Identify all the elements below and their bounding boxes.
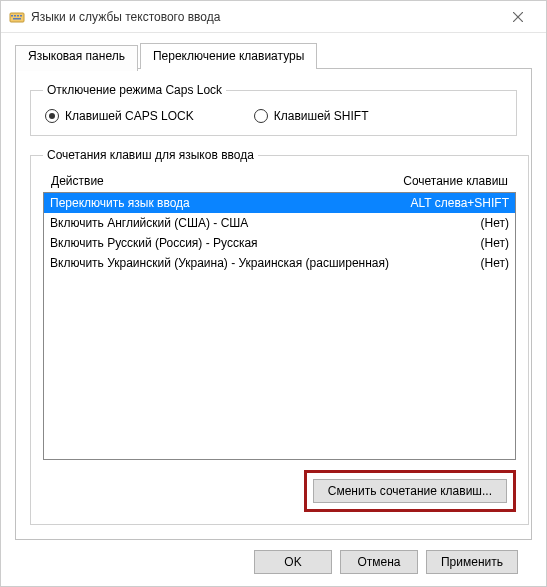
dialog-footer: OK Отмена Применить [15,540,532,574]
window-title: Языки и службы текстового ввода [31,10,498,24]
column-keys: Сочетание клавиш [378,174,508,188]
table-row[interactable]: Включить Украинский (Украина) - Украинск… [44,253,515,273]
row-keys: (Нет) [389,214,509,232]
svg-rect-0 [10,13,24,22]
svg-rect-3 [17,15,19,17]
tab-keyboard-switch[interactable]: Переключение клавиатуры [140,43,317,69]
row-keys: (Нет) [389,234,509,252]
shortcuts-legend: Сочетания клавиш для языков ввода [43,148,258,162]
content-area: Языковая панель Переключение клавиатуры … [1,33,546,586]
radio-capslock[interactable]: Клавишей CAPS LOCK [45,109,194,123]
table-row[interactable]: Включить Английский (США) - США(Нет) [44,213,515,233]
shortcuts-table[interactable]: Переключить язык вводаALT слева+SHIFTВкл… [43,192,516,460]
radio-capslock-label: Клавишей CAPS LOCK [65,109,194,123]
ok-button[interactable]: OK [254,550,332,574]
tab-strip: Языковая панель Переключение клавиатуры [15,43,532,69]
table-row[interactable]: Переключить язык вводаALT слева+SHIFT [44,193,515,213]
close-button[interactable] [498,3,538,31]
row-keys: ALT слева+SHIFT [389,194,509,212]
svg-rect-4 [20,15,22,17]
row-action: Включить Украинский (Украина) - Украинск… [50,254,389,272]
apply-button[interactable]: Применить [426,550,518,574]
radio-shift[interactable]: Клавишей SHIFT [254,109,369,123]
svg-rect-1 [11,15,13,17]
column-action: Действие [51,174,378,188]
capslock-options: Клавишей CAPS LOCK Клавишей SHIFT [43,105,504,123]
capslock-legend: Отключение режима Caps Lock [43,83,226,97]
titlebar: Языки и службы текстового ввода [1,1,546,33]
tab-panel: Отключение режима Caps Lock Клавишей CAP… [15,68,532,540]
row-keys: (Нет) [389,254,509,272]
capslock-group: Отключение режима Caps Lock Клавишей CAP… [30,83,517,136]
table-header: Действие Сочетание клавиш [43,170,516,192]
radio-icon [45,109,59,123]
table-row[interactable]: Включить Русский (Россия) - Русская(Нет) [44,233,515,253]
row-action: Включить Русский (Россия) - Русская [50,234,389,252]
app-icon [9,9,25,25]
highlight-frame: Сменить сочетание клавиш... [304,470,516,512]
change-button-area: Сменить сочетание клавиш... [43,460,516,512]
dialog-window: Языки и службы текстового ввода Языковая… [0,0,547,587]
radio-shift-label: Клавишей SHIFT [274,109,369,123]
radio-icon [254,109,268,123]
svg-rect-2 [14,15,16,17]
shortcuts-group: Сочетания клавиш для языков ввода Действ… [30,148,529,525]
row-action: Включить Английский (США) - США [50,214,389,232]
svg-rect-5 [13,18,21,20]
close-icon [513,12,523,22]
tab-language-panel[interactable]: Языковая панель [15,45,138,71]
row-action: Переключить язык ввода [50,194,389,212]
change-shortcut-button[interactable]: Сменить сочетание клавиш... [313,479,507,503]
cancel-button[interactable]: Отмена [340,550,418,574]
